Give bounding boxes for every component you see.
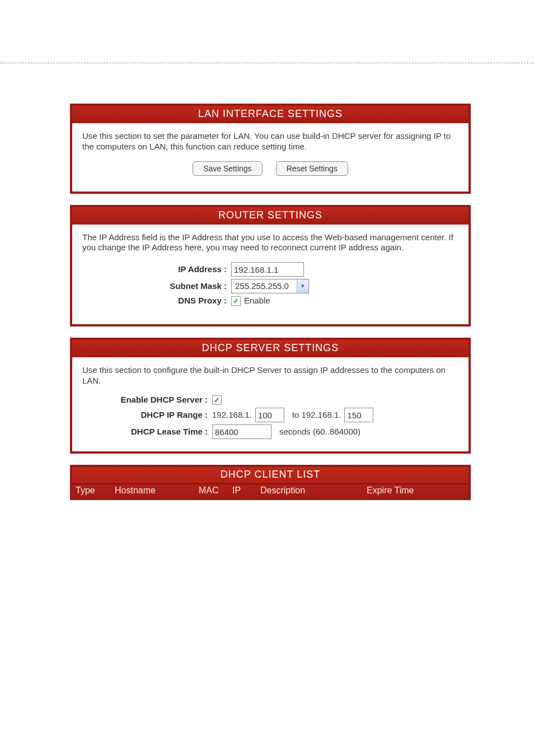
dhcp-description: Use this section to configure the built-…: [82, 365, 458, 386]
column-description: Description: [260, 486, 367, 496]
dhcp-lease-suffix: seconds (60..864000): [279, 427, 360, 437]
column-mac: MAC: [199, 486, 232, 496]
router-settings-panel: ROUTER SETTINGS The IP Address field is …: [70, 205, 471, 326]
subnet-mask-select[interactable]: 255.255.255.0 ▾: [231, 279, 309, 293]
router-settings-title: ROUTER SETTINGS: [72, 207, 469, 225]
lan-description: Use this section to set the parameter fo…: [82, 131, 458, 152]
column-type: Type: [76, 486, 115, 496]
dhcp-ip-range-label: DHCP IP Range :: [82, 410, 212, 421]
ip-address-label: IP Address :: [82, 264, 231, 275]
dns-proxy-checkbox[interactable]: [231, 296, 241, 306]
dhcp-lease-time-label: DHCP Lease Time :: [82, 427, 212, 437]
dhcp-range-end-input[interactable]: [344, 408, 373, 422]
ip-address-input[interactable]: [231, 262, 304, 277]
reset-settings-button[interactable]: Reset Settings: [276, 161, 348, 176]
column-expire-time: Expire Time: [367, 486, 466, 496]
dhcp-server-title: DHCP SERVER SETTINGS: [72, 340, 469, 357]
dhcp-range-to-label: to 192.168.1.: [292, 410, 341, 421]
column-ip: IP: [232, 486, 260, 496]
dns-proxy-enable-label: Enable: [244, 296, 270, 306]
dns-proxy-label: DNS Proxy :: [82, 296, 231, 306]
dhcp-range-prefix-1: 192.168.1.: [212, 410, 252, 421]
dhcp-client-list-header: Type Hostname MAC IP Description Expire …: [72, 483, 469, 498]
subnet-mask-value: 255.255.255.0: [232, 279, 297, 293]
save-settings-button[interactable]: Save Settings: [193, 161, 262, 176]
column-hostname: Hostname: [115, 486, 199, 496]
router-description: The IP Address field is the IP Address t…: [82, 232, 458, 254]
page-divider: [0, 63, 534, 63]
lan-interface-panel: LAN INTERFACE SETTINGS Use this section …: [70, 104, 471, 194]
dhcp-range-start-input[interactable]: [255, 408, 284, 422]
dhcp-lease-time-input[interactable]: [212, 424, 271, 439]
enable-dhcp-label: Enable DHCP Server :: [82, 395, 212, 405]
subnet-mask-label: Subnet Mask :: [82, 281, 231, 292]
dhcp-server-panel: DHCP SERVER SETTINGS Use this section to…: [70, 338, 471, 454]
lan-interface-title: LAN INTERFACE SETTINGS: [72, 106, 469, 123]
dhcp-client-list-panel: DHCP CLIENT LIST Type Hostname MAC IP De…: [70, 465, 471, 500]
dhcp-client-list-title: DHCP CLIENT LIST: [72, 467, 469, 483]
chevron-down-icon[interactable]: ▾: [297, 279, 308, 293]
enable-dhcp-checkbox[interactable]: [212, 395, 222, 405]
